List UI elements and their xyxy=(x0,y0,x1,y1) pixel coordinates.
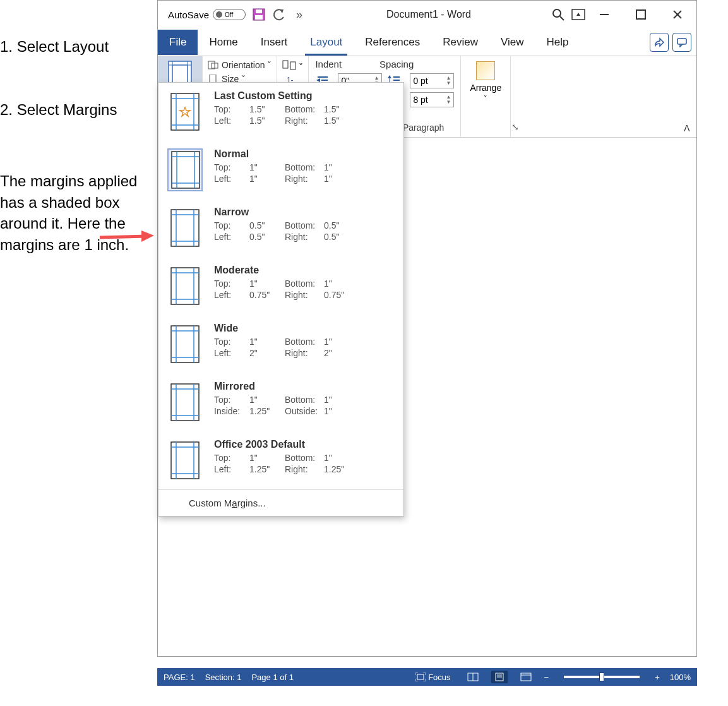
svg-line-0 xyxy=(100,236,148,237)
svg-marker-35 xyxy=(316,78,320,82)
margin-option-moderate[interactable]: Moderate Top:1"Bottom:1" Left:0.75"Right… xyxy=(158,257,403,315)
title-bar: AutoSave Off » Document1 - Word xyxy=(158,1,696,28)
page-margin-icon xyxy=(167,265,203,308)
share-button[interactable] xyxy=(650,33,669,52)
svg-line-7 xyxy=(560,16,564,20)
orientation-button[interactable]: Orientation ˅ xyxy=(208,60,272,70)
search-icon[interactable] xyxy=(551,8,565,21)
status-page[interactable]: PAGE: 1 xyxy=(164,673,195,682)
svg-rect-14 xyxy=(677,39,686,44)
svg-marker-5 xyxy=(280,9,283,13)
word-window: AutoSave Off » Document1 - Word xyxy=(157,0,697,657)
focus-mode-button[interactable]: Focus xyxy=(412,673,454,682)
page-margin-icon xyxy=(167,381,203,424)
spacing-before-input[interactable]: 0 pt▲▼ xyxy=(410,73,454,88)
ribbon-display-icon[interactable] xyxy=(571,8,585,21)
annotation-step-1: 1. Select Layout xyxy=(0,38,109,56)
arrange-button[interactable]: Arrange˅ xyxy=(470,83,501,103)
zoom-slider[interactable] xyxy=(564,676,640,678)
tab-layout[interactable]: Layout xyxy=(299,30,354,55)
svg-rect-4 xyxy=(256,9,262,13)
margin-option-mirrored[interactable]: Mirrored Top:1"Bottom:1" Inside:1.25"Out… xyxy=(158,373,403,431)
status-section[interactable]: Section: 1 xyxy=(205,673,242,682)
maximize-button[interactable] xyxy=(628,5,653,24)
undo-icon[interactable] xyxy=(272,8,286,21)
svg-point-6 xyxy=(553,9,561,17)
page-margin-icon xyxy=(167,206,203,249)
margin-option-title: Last Custom Setting xyxy=(214,90,395,102)
margin-option-title: Normal xyxy=(214,148,395,160)
chevron-down-icon: ˅ xyxy=(267,60,272,70)
custom-margins-button[interactable]: Custom Margins... xyxy=(158,489,403,516)
page-margin-icon xyxy=(167,148,203,191)
zoom-in-button[interactable]: + xyxy=(655,673,660,682)
status-page-count[interactable]: Page 1 of 1 xyxy=(251,673,294,682)
svg-rect-30 xyxy=(283,61,288,68)
svg-marker-1 xyxy=(141,230,154,242)
margin-option-wide[interactable]: Wide Top:1"Bottom:1" Left:2"Right:2" xyxy=(158,315,403,373)
page-margin-icon xyxy=(167,90,203,133)
close-button[interactable] xyxy=(665,5,690,24)
annotation-step-2: 2. Select Margins xyxy=(0,101,117,119)
svg-rect-11 xyxy=(636,10,645,19)
svg-marker-9 xyxy=(576,13,580,16)
breaks-button[interactable]: ˅ xyxy=(282,60,303,72)
tab-help[interactable]: Help xyxy=(535,30,580,55)
page-margin-icon xyxy=(167,323,203,366)
margin-option-office 2003 default[interactable]: Office 2003 Default Top:1"Bottom:1" Left… xyxy=(158,431,403,489)
minimize-button[interactable] xyxy=(592,5,617,24)
margin-option-title: Wide xyxy=(214,323,395,334)
svg-rect-86 xyxy=(417,674,424,679)
tab-view[interactable]: View xyxy=(489,30,535,55)
spacing-after-input[interactable]: 8 pt▲▼ xyxy=(410,92,454,107)
zoom-level[interactable]: 100% xyxy=(670,673,691,682)
margin-option-title: Mirrored xyxy=(214,381,395,392)
paragraph-group-label: Paragraph xyxy=(403,123,444,133)
document-title: Document1 - Word xyxy=(386,9,471,20)
tab-references[interactable]: References xyxy=(354,30,431,55)
arrange-icon xyxy=(476,61,495,80)
collapse-ribbon-icon[interactable]: ᐱ xyxy=(684,123,690,133)
dialog-launcher-icon[interactable]: ⤡ xyxy=(511,122,519,132)
margin-option-normal[interactable]: Normal Top:1"Bottom:1" Left:1"Right:1" xyxy=(158,141,403,199)
read-mode-icon[interactable] xyxy=(465,671,481,683)
margin-option-last custom setting[interactable]: Last Custom Setting Top:1.5"Bottom:1.5" … xyxy=(158,83,403,141)
web-layout-icon[interactable] xyxy=(518,671,534,683)
save-icon[interactable] xyxy=(252,8,266,21)
chevron-down-icon: ˅ xyxy=(484,95,487,102)
tab-home[interactable]: Home xyxy=(198,30,249,55)
tab-insert[interactable]: Insert xyxy=(249,30,299,55)
svg-marker-40 xyxy=(388,75,391,78)
svg-rect-31 xyxy=(290,62,295,69)
qat-more-icon[interactable]: » xyxy=(292,8,306,21)
status-bar: PAGE: 1 Section: 1 Page 1 of 1 Focus − +… xyxy=(157,668,697,686)
margin-option-title: Narrow xyxy=(214,206,395,218)
page-margin-icon xyxy=(167,439,203,482)
arrow-icon xyxy=(100,229,154,246)
margin-option-narrow[interactable]: Narrow Top:0.5"Bottom:0.5" Left:0.5"Righ… xyxy=(158,199,403,257)
comments-button[interactable] xyxy=(672,33,691,52)
margin-option-title: Moderate xyxy=(214,265,395,276)
svg-rect-3 xyxy=(255,15,263,20)
ribbon-tabs: File Home Insert Layout References Revie… xyxy=(158,28,696,56)
indent-label: Indent xyxy=(315,59,342,69)
autosave-toggle[interactable]: AutoSave Off xyxy=(168,9,246,20)
margin-option-title: Office 2003 Default xyxy=(214,439,395,450)
tab-review[interactable]: Review xyxy=(431,30,489,55)
autosave-label: AutoSave xyxy=(168,9,209,20)
zoom-out-button[interactable]: − xyxy=(544,673,549,682)
print-layout-icon[interactable] xyxy=(491,671,508,683)
spacing-label: Spacing xyxy=(379,59,414,69)
margins-dropdown: Last Custom Setting Top:1.5"Bottom:1.5" … xyxy=(158,82,404,517)
svg-rect-92 xyxy=(521,673,531,681)
tab-file[interactable]: File xyxy=(158,30,198,55)
